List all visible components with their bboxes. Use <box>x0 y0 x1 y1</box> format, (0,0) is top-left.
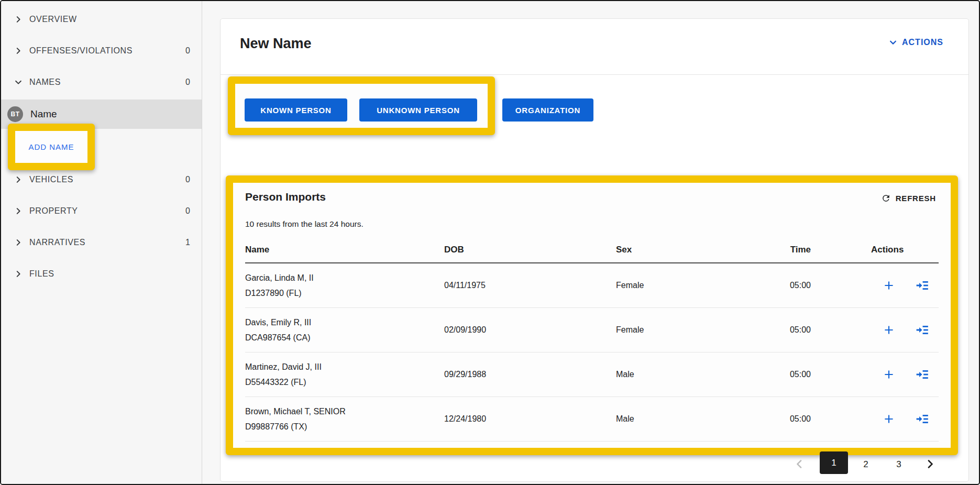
sidebar-item-label: FILES <box>29 269 54 279</box>
import-to-report-button[interactable] <box>915 278 930 293</box>
person-id: D1237890 (FL) <box>245 289 302 298</box>
page-button-1[interactable]: 1 <box>820 451 848 474</box>
add-person-button[interactable] <box>882 323 896 337</box>
person-imports-title: Person Imports <box>245 191 326 203</box>
sidebar-item-property[interactable]: PROPERTY 0 <box>1 201 202 222</box>
name-cell: Garcia, Linda M, II D1237890 (FL) <box>245 263 314 307</box>
actions-label: ACTIONS <box>902 38 943 47</box>
chevron-right-icon <box>14 15 23 24</box>
next-page-button[interactable] <box>922 456 938 472</box>
sidebar-item-names[interactable]: NAMES 0 <box>1 72 202 93</box>
table-header: Name DOB Sex Time Actions <box>245 239 939 263</box>
known-person-button[interactable]: KNOWN PERSON <box>245 98 347 122</box>
person-id: D99887766 (TX) <box>245 422 307 432</box>
sidebar: OVERVIEW OFFENSES/VIOLATIONS 0 NAMES 0 B… <box>1 1 202 484</box>
person-name: Martinez, David J, III <box>245 362 322 372</box>
time-cell: 05:00 <box>748 397 811 441</box>
plus-icon <box>882 412 896 426</box>
chevron-right-icon <box>14 46 23 56</box>
add-person-button[interactable] <box>882 412 896 426</box>
highlight-box-person-imports: Person Imports REFRESH 10 results from t… <box>226 175 958 455</box>
previous-page-button[interactable] <box>791 456 807 472</box>
time-cell: 05:00 <box>748 308 811 352</box>
unknown-person-button[interactable]: UNKNOWN PERSON <box>359 98 477 122</box>
time-cell: 05:00 <box>748 263 811 307</box>
item-count-badge: 1 <box>185 238 190 247</box>
table-row: Brown, Michael T, SENIOR D99887766 (TX) … <box>245 397 939 442</box>
add-to-list-icon <box>916 368 929 381</box>
page-title: New Name <box>240 36 312 52</box>
column-header-time: Time <box>748 245 811 255</box>
name-cell: Martinez, David J, III D55443322 (FL) <box>245 352 322 396</box>
chevron-down-icon <box>888 38 898 47</box>
dob-cell: 12/24/1980 <box>444 397 486 441</box>
page-button-3[interactable]: 3 <box>891 458 907 471</box>
table-row: Martinez, David J, III D55443322 (FL) 09… <box>245 352 939 397</box>
add-to-list-icon <box>916 412 929 426</box>
column-header-name: Name <box>245 245 269 255</box>
highlight-box-add-name: ADD NAME <box>8 124 95 170</box>
add-to-list-icon <box>916 323 929 337</box>
chevron-right-icon <box>14 206 23 216</box>
sidebar-item-label: PROPERTY <box>29 206 78 216</box>
results-summary: 10 results from the last 24 hours. <box>245 219 364 229</box>
page-button-2[interactable]: 2 <box>858 458 874 471</box>
person-id: DCA987654 (CA) <box>245 333 311 343</box>
import-to-report-button[interactable] <box>915 323 930 337</box>
import-to-report-button[interactable] <box>915 412 930 426</box>
refresh-label: REFRESH <box>896 194 936 203</box>
sidebar-item-label: NAMES <box>29 78 61 87</box>
table-row: Davis, Emily R, III DCA987654 (CA) 02/09… <box>245 308 939 352</box>
chevron-right-icon <box>14 175 23 184</box>
sex-cell: Male <box>616 397 634 441</box>
refresh-button[interactable]: REFRESH <box>881 193 936 203</box>
person-name: Davis, Emily R, III <box>245 318 311 327</box>
sidebar-item-label: NARRATIVES <box>29 238 85 247</box>
sex-cell: Female <box>616 308 644 352</box>
column-header-dob: DOB <box>444 245 464 255</box>
dob-cell: 02/09/1990 <box>444 308 486 352</box>
item-count-badge: 0 <box>185 46 190 56</box>
sidebar-item-vehicles[interactable]: VEHICLES 0 <box>1 169 202 190</box>
time-cell: 05:00 <box>748 352 811 396</box>
chevron-down-icon <box>14 78 23 87</box>
item-count-badge: 0 <box>185 206 190 216</box>
actions-menu-button[interactable]: ACTIONS <box>888 38 943 47</box>
person-name: Brown, Michael T, SENIOR <box>245 407 346 416</box>
chevron-right-icon <box>14 238 23 247</box>
add-person-button[interactable] <box>882 278 896 293</box>
app-window: OVERVIEW OFFENSES/VIOLATIONS 0 NAMES 0 B… <box>0 0 980 485</box>
new-name-card: New Name ACTIONS KNOWN PERSON UNKNOWN PE… <box>220 18 969 482</box>
name-cell: Brown, Michael T, SENIOR D99887766 (TX) <box>245 397 346 441</box>
name-cell: Davis, Emily R, III DCA987654 (CA) <box>245 308 311 352</box>
name-record-label: Name <box>30 108 57 120</box>
dob-cell: 09/29/1988 <box>444 352 486 396</box>
sidebar-item-overview[interactable]: OVERVIEW <box>1 9 202 30</box>
sidebar-item-label: VEHICLES <box>29 175 73 184</box>
person-name: Garcia, Linda M, II <box>245 273 314 283</box>
person-id: D55443322 (FL) <box>245 378 306 387</box>
add-to-list-icon <box>916 279 929 292</box>
highlight-box-person-buttons: KNOWN PERSON UNKNOWN PERSON <box>228 76 495 135</box>
import-to-report-button[interactable] <box>915 367 930 382</box>
pagination: 1 2 3 <box>221 451 953 478</box>
sex-cell: Female <box>616 263 644 307</box>
avatar: BT <box>7 106 23 122</box>
item-count-badge: 0 <box>185 78 190 87</box>
column-header-sex: Sex <box>616 245 632 255</box>
add-name-button[interactable]: ADD NAME <box>28 142 74 151</box>
sidebar-item-label: OFFENSES/VIOLATIONS <box>29 46 133 56</box>
sidebar-item-files[interactable]: FILES <box>1 263 202 284</box>
sidebar-item-narratives[interactable]: NARRATIVES 1 <box>1 232 202 253</box>
add-person-button[interactable] <box>882 367 896 382</box>
chevron-right-icon <box>924 458 937 470</box>
item-count-badge: 0 <box>185 175 190 184</box>
card-header: New Name ACTIONS <box>221 19 968 75</box>
organization-button[interactable]: ORGANIZATION <box>502 98 593 122</box>
table-row: Garcia, Linda M, II D1237890 (FL) 04/11/… <box>245 263 939 308</box>
sidebar-item-offenses-violations[interactable]: OFFENSES/VIOLATIONS 0 <box>1 40 202 61</box>
chevron-right-icon <box>14 269 23 279</box>
sex-cell: Male <box>616 352 634 396</box>
sidebar-item-label: OVERVIEW <box>29 15 77 24</box>
plus-icon <box>882 368 896 381</box>
